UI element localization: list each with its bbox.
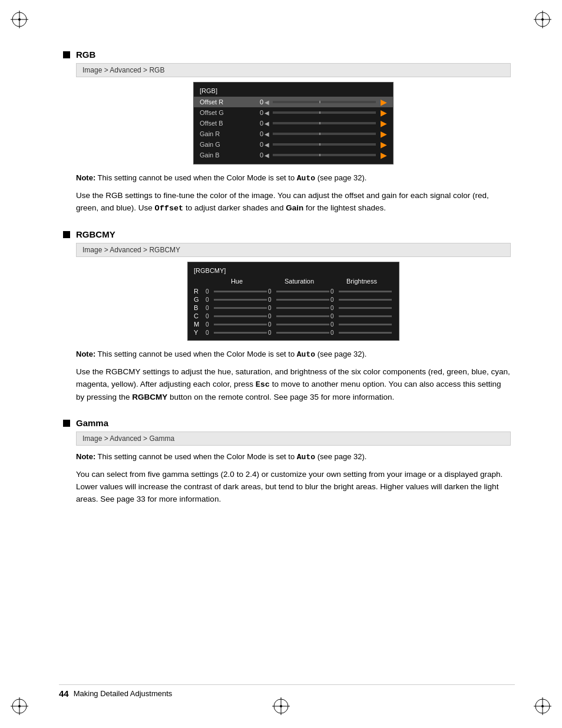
rgbcmy-row-b: B 0 0 0 (188, 304, 399, 312)
rgbcmy-col-headers: Hue Saturation Brightness (188, 276, 399, 287)
rgb-row-gain-b: Gain B 0 ◀ ▶ (194, 150, 393, 160)
rgbcmy-c-hue: 0 (206, 313, 268, 319)
rgbcmy-y-letter: Y (194, 329, 206, 336)
rgb-gain-term: Gain (286, 203, 303, 212)
content: RGB Image > Advanced > RGB [RGB] Offset … (63, 50, 511, 506)
rgb-note-label: Note: (76, 173, 95, 182)
rgb-note-text: This setting cannot be used when the Col… (98, 173, 367, 182)
rgb-body-text: Use the RGB settings to fine-tune the co… (76, 190, 511, 215)
rgbcmy-hue-header: Hue (206, 278, 268, 285)
rgb-screenshot-container: [RGB] Offset R 0 ◀ ▶ Offset G 0 ◀ (76, 82, 511, 164)
rgbcmy-sat-header: Saturation (268, 278, 330, 285)
rgbcmy-menu-header: [RGBCMY] (188, 266, 399, 276)
rgbcmy-c-sat-slider (276, 315, 329, 317)
gain-g-arrow-left: ◀ (265, 141, 269, 148)
rgbcmy-y-sat-val: 0 (268, 330, 275, 336)
rgbcmy-r-sat-slider (276, 291, 329, 292)
rgbcmy-breadcrumb: Image > Advanced > RGBCMY (76, 243, 511, 257)
offset-g-arrow-left: ◀ (265, 110, 269, 116)
offset-r-arrow-left: ◀ (265, 99, 269, 106)
rgbcmy-c-sat: 0 (268, 313, 330, 319)
reg-mark-tl (11, 11, 28, 31)
gamma-body-text: You can select from five gamma settings … (76, 469, 511, 506)
gamma-note-auto: Auto (297, 453, 315, 462)
offset-b-arrow-left: ◀ (265, 120, 269, 127)
offset-r-arrow-right: ▶ (381, 97, 387, 107)
offset-g-label: Offset G (200, 109, 253, 116)
rgbcmy-r-bright: 0 (330, 288, 393, 295)
gain-g-slider (273, 143, 376, 146)
gain-b-arrow-right: ▶ (381, 150, 387, 160)
gamma-note: Note: This setting cannot be used when t… (76, 452, 511, 463)
gain-g-value: 0 (253, 141, 263, 148)
rgbcmy-y-sat: 0 (268, 330, 330, 336)
gamma-note-text: This setting cannot be used when the Col… (98, 452, 367, 461)
gain-b-fill (319, 154, 320, 156)
rgbcmy-b-hue-slider (214, 307, 267, 309)
offset-b-value: 0 (253, 120, 263, 127)
rgb-section-heading: RGB (63, 50, 511, 60)
gain-r-slider (273, 133, 376, 135)
rgb-row-offset-b: Offset B 0 ◀ ▶ (194, 118, 393, 129)
rgbcmy-b-sat: 0 (268, 305, 330, 311)
rgbcmy-row-g: G 0 0 0 (188, 295, 399, 304)
rgbcmy-screenshot-container: [RGBCMY] Hue Saturation Brightness R 0 0 (76, 262, 511, 341)
rgbcmy-g-bright: 0 (330, 297, 393, 303)
gain-r-arrow-right: ▶ (381, 129, 387, 139)
reg-mark-tr (534, 11, 551, 31)
offset-r-fill (319, 101, 320, 103)
gamma-title: Gamma (76, 418, 108, 428)
rgb-menu-screenshot: [RGB] Offset R 0 ◀ ▶ Offset G 0 ◀ (193, 82, 394, 164)
offset-g-arrow-right: ▶ (381, 108, 387, 117)
offset-b-arrow-right: ▶ (381, 118, 387, 128)
gamma-bullet (63, 420, 70, 427)
rgbcmy-row-c: C 0 0 0 (188, 312, 399, 320)
rgb-row-offset-r: Offset R 0 ◀ ▶ (194, 97, 393, 107)
offset-b-fill (319, 122, 320, 124)
rgb-row-gain-r: Gain R 0 ◀ ▶ (194, 129, 393, 139)
rgbcmy-m-hue-slider (214, 324, 267, 325)
rgb-note: Note: This setting cannot be used when t… (76, 173, 511, 184)
rgb-menu-header: [RGB] (194, 86, 393, 97)
rgbcmy-g-bright-slider (339, 299, 392, 301)
gain-b-value: 0 (253, 151, 263, 159)
rgbcmy-c-bright-slider (339, 315, 392, 317)
page: RGB Image > Advanced > RGB [RGB] Offset … (0, 0, 562, 728)
rgbcmy-row-m: M 0 0 0 (188, 320, 399, 328)
offset-r-value: 0 (253, 98, 263, 106)
offset-b-slider (273, 122, 376, 124)
rgbcmy-g-hue-val: 0 (206, 297, 213, 303)
rgbcmy-b-bright-val: 0 (330, 305, 338, 311)
gamma-section-heading: Gamma (63, 418, 511, 428)
rgbcmy-b-bright: 0 (330, 305, 393, 311)
gain-r-arrow-left: ◀ (265, 131, 269, 137)
rgbcmy-r-sat: 0 (268, 288, 330, 295)
offset-r-slider (273, 101, 376, 103)
rgbcmy-bright-header: Brightness (330, 278, 393, 285)
rgbcmy-m-letter: M (194, 321, 206, 328)
rgbcmy-c-bright: 0 (330, 313, 393, 319)
rgbcmy-y-hue: 0 (206, 330, 268, 336)
rgbcmy-b-sat-val: 0 (268, 305, 275, 311)
rgbcmy-bullet (63, 231, 70, 238)
gain-b-arrow-left: ◀ (265, 152, 269, 159)
rgbcmy-r-hue-val: 0 (206, 288, 213, 295)
rgbcmy-m-bright-slider (339, 324, 392, 325)
reg-mark-br (534, 697, 551, 717)
rgbcmy-b-letter: B (194, 304, 206, 311)
rgbcmy-esc-term: Esc (256, 380, 270, 389)
rgbcmy-note: Note: This setting cannot be used when t… (76, 349, 511, 360)
rgbcmy-row-y: Y 0 0 0 (188, 328, 399, 337)
rgb-note-auto: Auto (297, 174, 315, 183)
offset-r-label: Offset R (200, 98, 253, 106)
rgbcmy-m-hue-val: 0 (206, 321, 213, 328)
gamma-note-label: Note: (76, 452, 95, 461)
rgbcmy-r-sat-val: 0 (268, 288, 275, 295)
rgbcmy-r-hue-slider (214, 291, 267, 292)
gain-g-arrow-right: ▶ (381, 140, 387, 149)
rgbcmy-menu-screenshot: [RGBCMY] Hue Saturation Brightness R 0 0 (187, 262, 399, 341)
footer: 44 Making Detailed Adjustments (59, 684, 515, 699)
rgbcmy-m-sat: 0 (268, 321, 330, 328)
gamma-breadcrumb: Image > Advanced > Gamma (76, 431, 511, 446)
rgbcmy-r-hue: 0 (206, 288, 268, 295)
